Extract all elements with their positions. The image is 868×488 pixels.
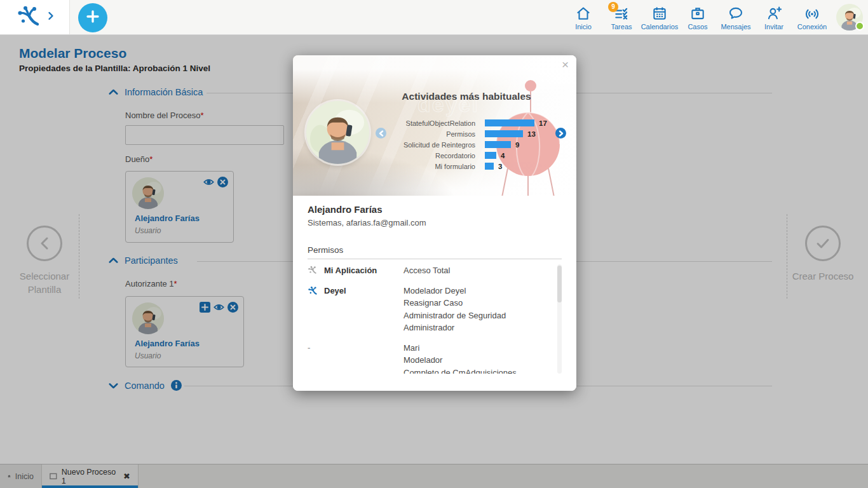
nav-invitar[interactable]: Invitar (755, 4, 793, 31)
chart-value-label: 13 (527, 130, 536, 138)
chart-row: Permisos 13 (293, 128, 576, 139)
nav-label: Inicio (564, 23, 602, 31)
chart-title: Actividades más habituales (369, 91, 564, 102)
chart-bar (485, 130, 523, 137)
user-profile-modal: × deyel Actividades más habituales State… (293, 55, 576, 391)
chart-bar (485, 152, 496, 159)
chart-category-label: Solicitud de Reintegros (293, 141, 475, 149)
sidebar-expand-icon[interactable] (48, 11, 54, 23)
nav-mensajes[interactable]: Mensajes (717, 4, 755, 31)
chart-bar (485, 141, 511, 148)
permission-app-name: Deyel (324, 285, 403, 334)
permission-items: Mari Modelador Completo de CmAdquisicion… (403, 342, 554, 374)
permission-app-name: Mi Aplicación (324, 264, 403, 277)
chart-bar (485, 163, 494, 170)
online-status-dot (855, 22, 864, 30)
nav-label: Tareas (602, 23, 641, 31)
nav-label: Invitar (755, 23, 793, 31)
scrollbar-track (557, 264, 562, 374)
carousel-next-button[interactable] (555, 128, 566, 139)
deyel-logo-icon (16, 5, 40, 29)
chart-row: Solicitud de Reintegros 9 (293, 139, 576, 150)
modal-close-icon[interactable]: × (562, 58, 569, 72)
topbar: Inicio 9 Tareas Calendarios Casos (0, 0, 868, 35)
chart-category-label: StatefulObjectRelation (293, 119, 475, 127)
carousel-prev-button[interactable] (376, 128, 386, 139)
deyel-logo-gray-icon (308, 264, 324, 277)
plus-icon (86, 10, 100, 26)
top-navigation: Inicio 9 Tareas Calendarios Casos (564, 0, 863, 34)
profile-name: Alejandro Farías (308, 204, 562, 215)
chart-category-label: Recordatorio (293, 152, 475, 159)
nav-conexion[interactable]: Conexión (793, 4, 831, 31)
home-icon (564, 5, 602, 23)
nav-label: Conexión (793, 23, 831, 31)
chart-row: Recordatorio 4 (293, 150, 576, 161)
nav-calendarios[interactable]: Calendarios (641, 4, 679, 31)
briefcase-icon (679, 5, 717, 23)
chat-icon (717, 5, 755, 23)
chart-row: StatefulObjectRelation 17 (293, 118, 576, 128)
chart-bar (485, 119, 534, 126)
nav-tareas[interactable]: 9 Tareas (602, 4, 641, 31)
scrollbar-thumb[interactable] (557, 266, 562, 302)
person-add-icon (755, 5, 793, 23)
profile-details: Alejandro Farías Sistemas, afarias.fa@gm… (293, 196, 576, 391)
calendar-icon (641, 5, 679, 23)
chart-value-label: 17 (539, 119, 547, 127)
activities-bar-chart: StatefulObjectRelation 17 Permisos 13 So… (293, 118, 576, 172)
permissions-divider (308, 259, 562, 259)
app-screen: Inicio 9 Tareas Calendarios Casos (0, 0, 868, 488)
user-avatar[interactable] (836, 4, 863, 30)
deyel-logo-blue-icon (308, 285, 324, 334)
profile-detail: Sistemas, afarias.fa@gmail.com (308, 218, 562, 227)
tasks-icon: 9 (602, 5, 641, 23)
profile-banner: deyel Actividades más habituales Statefu… (293, 55, 576, 196)
signal-icon (793, 5, 831, 23)
add-button[interactable] (78, 3, 107, 32)
dash-icon: - (308, 342, 324, 374)
chart-row: Mi formulario 3 (293, 161, 576, 172)
permission-items: Modelador Deyel Reasignar Caso Administr… (403, 285, 554, 334)
nav-label: Calendarios (641, 23, 679, 31)
nav-casos[interactable]: Casos (679, 4, 717, 31)
nav-inicio[interactable]: Inicio (564, 4, 602, 31)
nav-label: Mensajes (717, 23, 755, 31)
chart-value-label: 9 (515, 141, 519, 149)
nav-label: Casos (679, 23, 717, 31)
permission-group: - Mari Modelador Completo de CmAdquisici… (308, 342, 554, 374)
chart-category-label: Mi formulario (293, 163, 475, 170)
deyel-logo-button[interactable] (0, 0, 70, 34)
permission-app-name (324, 342, 403, 374)
chart-value-label: 3 (498, 163, 502, 170)
permission-group: Mi Aplicación Acceso Total (308, 264, 554, 277)
chart-value-label: 4 (501, 152, 505, 159)
permissions-list: Mi Aplicación Acceso Total Deyel Modelad… (308, 264, 562, 374)
permissions-heading: Permisos (308, 245, 562, 255)
permission-items: Acceso Total (403, 264, 554, 277)
permission-group: Deyel Modelador Deyel Reasignar Caso Adm… (308, 285, 554, 334)
tareas-badge: 9 (608, 2, 618, 12)
